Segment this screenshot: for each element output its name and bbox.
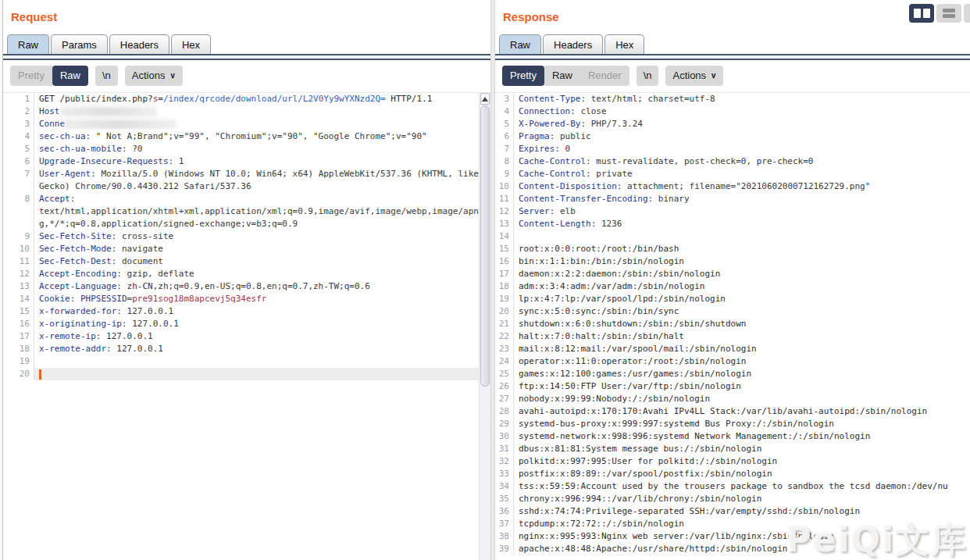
split-columns-view-button[interactable] — [909, 4, 934, 23]
code-text: daemon:x:2:2:daemon:/sbin:/sbin/nologin — [514, 268, 970, 280]
code-line: 4sec-ch-ua: " Not A;Brand";v="99", "Chro… — [3, 130, 480, 143]
line-number: 16 — [495, 255, 514, 268]
code-text: lp:x:4:7:lp:/var/spool/lpd:/sbin/nologin — [514, 293, 970, 305]
request-view-raw-button[interactable]: Raw — [52, 66, 88, 86]
response-view-render-button[interactable]: Render — [580, 66, 629, 86]
code-line: 7Expires: 0 — [495, 143, 970, 155]
single-pane-view-button[interactable] — [964, 4, 970, 23]
code-text: Sec-Fetch-Site: cross-site — [34, 230, 480, 243]
line-number: 3 — [3, 118, 34, 130]
code-text — [34, 368, 480, 380]
request-editor[interactable]: 1GET /public/index.php?s=/index/qrcode/d… — [3, 92, 480, 560]
tab-request-headers[interactable]: Headers — [109, 34, 169, 54]
line-number: 5 — [495, 118, 514, 130]
code-line: 20 — [3, 368, 480, 380]
scroll-up-arrow-icon[interactable] — [480, 93, 490, 105]
tab-response-hex[interactable]: Hex — [604, 34, 644, 54]
request-newline-toggle-button[interactable]: \n — [95, 66, 118, 86]
response-view-pretty-button[interactable]: Pretty — [502, 66, 544, 86]
line-number: 4 — [495, 105, 514, 118]
code-line: 33postfix:x:89:89::/var/spool/postfix:/s… — [495, 468, 970, 480]
request-view-mode-segments: PrettyRaw — [10, 66, 88, 86]
response-view-raw-button[interactable]: Raw — [544, 66, 580, 86]
line-number: 9 — [3, 230, 34, 243]
scrollbar-thumb[interactable] — [480, 105, 490, 387]
code-text: systemd-bus-proxy:x:999:997:systemd Bus … — [514, 418, 970, 430]
tab-request-params[interactable]: Params — [51, 34, 108, 54]
code-line: 37tcpdump:x:72:72::/:/sbin/nologin — [495, 518, 970, 530]
tab-request-hex[interactable]: Hex — [171, 34, 211, 54]
code-line: 20sync:x:5:0:sync:/sbin:/bin/sync — [495, 305, 970, 318]
code-text: x-remote-ip: 127.0.0.1 — [34, 330, 480, 343]
code-text: Cache-Control: private — [514, 168, 970, 180]
line-number: 1 — [3, 93, 34, 105]
line-number: 17 — [495, 268, 514, 280]
code-text: Upgrade-Insecure-Requests: 1 — [34, 155, 480, 168]
line-number: 33 — [495, 468, 514, 480]
split-rows-view-button[interactable] — [936, 4, 961, 23]
line-number: 26 — [495, 380, 514, 393]
line-number: 23 — [495, 343, 514, 355]
redacted-text — [65, 119, 176, 129]
code-line: 3Content-Type: text/html; charset=utf-8 — [495, 93, 970, 105]
code-line: 11Sec-Fetch-Dest: document — [3, 255, 480, 268]
split-columns-icon — [914, 9, 921, 18]
line-number: 15 — [495, 243, 514, 255]
line-number: 19 — [495, 293, 514, 305]
line-number: 6 — [3, 155, 34, 168]
code-text: systemd-network:x:998:996:systemd Networ… — [514, 430, 970, 443]
code-line: 6Pragma: public — [495, 130, 970, 143]
tab-response-raw[interactable]: Raw — [499, 34, 541, 54]
code-line: 14Cookie: PHPSESSID=pre91sog18m8apcevj5q… — [3, 293, 480, 305]
tab-response-headers[interactable]: Headers — [543, 34, 603, 54]
code-line: 32polkitd:x:997:995:User for polkitd:/:/… — [495, 455, 970, 468]
line-number: 19 — [3, 355, 34, 368]
code-line: 22halt:x:7:0:halt:/sbin:/sbin/halt — [495, 330, 970, 343]
response-actions-button[interactable]: Actions∨ — [665, 66, 723, 86]
request-actions-button[interactable]: Actions∨ — [125, 66, 183, 86]
request-editor-scrollbar[interactable] — [479, 92, 490, 560]
line-number: 36 — [495, 505, 514, 518]
line-number: 8 — [495, 155, 514, 168]
split-rows-icon — [943, 9, 955, 18]
code-text: Content-Type: text/html; charset=utf-8 — [514, 93, 970, 105]
code-line: 15x-forwarded-for: 127.0.0.1 — [3, 305, 480, 318]
text-cursor — [39, 369, 41, 380]
code-text: Connection: close — [514, 105, 970, 118]
code-text: tcpdump:x:72:72::/:/sbin/nologin — [514, 518, 970, 530]
code-line: 13Content-Length: 1236 — [495, 218, 970, 230]
response-editor[interactable]: 3Content-Type: text/html; charset=utf-84… — [495, 92, 970, 560]
line-number: 18 — [3, 343, 34, 355]
code-line: 10Content-Disposition: attachment; filen… — [495, 180, 970, 193]
code-text: GET /public/index.php?s=/index/qrcode/do… — [34, 93, 480, 105]
code-line: 30systemd-network:x:998:996:systemd Netw… — [495, 430, 970, 443]
code-text: games:x:12:100:games:/usr/games:/sbin/no… — [514, 368, 970, 380]
code-line: 11Content-Transfer-Encoding: binary — [495, 193, 970, 205]
line-number: 22 — [495, 330, 514, 343]
code-line: 10Sec-Fetch-Mode: navigate — [3, 243, 480, 255]
code-text: nobody:x:99:99:Nobody:/:/sbin/nologin — [514, 393, 970, 405]
code-text: root:x:0:0:root:/root:/bin/bash — [514, 243, 970, 255]
line-number: 21 — [495, 318, 514, 330]
code-text: Accept-Encoding: gzip, deflate — [34, 268, 480, 280]
tab-request-raw[interactable]: Raw — [7, 34, 49, 54]
code-text: sec-ch-ua-mobile: ?0 — [34, 143, 480, 155]
request-panel-title: Request — [11, 10, 57, 23]
code-line: 34tss:x:59:59:Account used by the trouse… — [495, 480, 970, 493]
layout-controls — [909, 4, 970, 23]
code-line: 12Accept-Encoding: gzip, deflate — [3, 268, 480, 280]
code-line: 28avahi-autoipd:x:170:170:Avahi IPv4LL S… — [495, 405, 970, 418]
code-text: Accept-Language: zh-CN,zh;q=0.9,en-US;q=… — [34, 280, 480, 293]
code-text: adm:x:3:4:adm:/var/adm:/sbin/nologin — [514, 280, 970, 293]
line-number: 34 — [495, 480, 514, 493]
code-text: dbus:x:81:81:System message bus:/:/sbin/… — [514, 443, 970, 455]
code-line: 9Sec-Fetch-Site: cross-site — [3, 230, 480, 243]
code-text: mail:x:8:12:mail:/var/spool/mail:/sbin/n… — [514, 343, 970, 355]
redacted-text — [60, 107, 157, 116]
request-view-pretty-button[interactable]: Pretty — [10, 66, 52, 86]
code-text: postfix:x:89:89::/var/spool/postfix:/sbi… — [514, 468, 970, 480]
response-newline-toggle-button[interactable]: \n — [637, 66, 659, 86]
code-text: Sec-Fetch-Dest: document — [34, 255, 480, 268]
response-view-mode-segments: PrettyRawRender — [502, 66, 629, 86]
code-text: x-originating-ip: 127.0.0.1 — [34, 318, 480, 330]
